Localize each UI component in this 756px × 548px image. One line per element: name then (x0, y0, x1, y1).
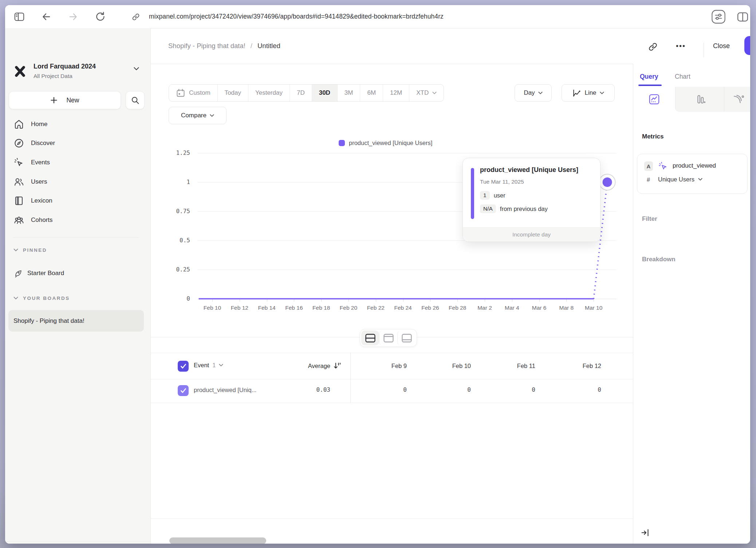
table-cell: 0 (345, 386, 407, 393)
sidebar-item-label: Cohorts (31, 216, 53, 224)
tab-chart[interactable]: Chart (675, 73, 690, 81)
chart-only-toggle[interactable] (379, 330, 397, 345)
search-button[interactable] (126, 91, 145, 109)
x-tick-label: Mar 10 (577, 305, 610, 311)
back-button[interactable] (41, 11, 52, 22)
range-custom[interactable]: Custom (169, 85, 217, 101)
page-title[interactable]: Untitled (257, 42, 280, 50)
viz-tab-funnel[interactable] (724, 87, 750, 112)
sidebar-item-events[interactable]: Events (5, 154, 150, 171)
range-30d-selected[interactable]: 30D (312, 85, 337, 101)
table-only-toggle[interactable] (397, 330, 416, 345)
sidebar: Lord Farquaad 2024 All Project Data New … (5, 28, 151, 544)
filter-section-label: Filter (642, 215, 657, 223)
split-view-toggle[interactable] (361, 330, 379, 345)
breadcrumb-separator: / (251, 42, 252, 50)
horizontal-scrollbar[interactable] (169, 537, 266, 544)
collapse-panel-icon[interactable] (640, 528, 650, 538)
url-link-icon (132, 13, 140, 21)
date-column-header: Feb 10 (409, 363, 471, 369)
range-today[interactable]: Today (217, 85, 248, 101)
chart-data-point (603, 177, 612, 187)
bottom-divider (150, 518, 633, 519)
sidebar-item-users[interactable]: Users (5, 173, 150, 190)
range-12m[interactable]: 12M (383, 85, 409, 101)
save-button-partial[interactable] (744, 36, 750, 55)
your-boards-section-header[interactable]: YOUR BOARDS (13, 295, 70, 301)
workspace-subtitle: All Project Data (34, 73, 72, 79)
board-label: Starter Board (27, 270, 64, 277)
chart-tooltip: product_viewed [Unique Users] Tue Mar 11… (462, 158, 601, 242)
users-icon (13, 176, 24, 187)
pinned-section-header[interactable]: PINNED (13, 247, 47, 253)
desktop: mixpanel.com/project/3472420/view/397469… (0, 0, 756, 548)
sidebar-item-board-selected[interactable]: Shopify - Piping that data! (8, 310, 144, 332)
sidebar-item-lexicon[interactable]: Lexicon (5, 192, 150, 209)
range-yesterday[interactable]: Yesterday (248, 85, 290, 101)
tooltip-date: Tue Mar 11, 2025 (480, 179, 524, 185)
legend-swatch (339, 140, 345, 146)
sidebar-toggle-icon[interactable] (14, 11, 25, 22)
url-bar[interactable]: mixpanel.com/project/3472420/view/397469… (149, 5, 444, 28)
range-3m[interactable]: 3M (337, 85, 360, 101)
chart-legend[interactable]: product_viewed [Unique Users] (339, 140, 432, 146)
compare-dropdown[interactable]: Compare (169, 107, 227, 124)
row-checkbox[interactable] (178, 385, 189, 396)
event-count: 1 (212, 362, 216, 369)
range-6m[interactable]: 6M (360, 85, 383, 101)
range-xtd[interactable]: XTD (409, 85, 444, 101)
sort-icon[interactable] (333, 361, 342, 370)
chevron-down-icon (219, 364, 223, 367)
chevron-down-icon (600, 91, 604, 95)
sidebar-item-cohorts[interactable]: Cohorts (5, 212, 150, 228)
date-range-selector: Custom Today Yesterday 7D 30D 3M 6M 12M … (169, 84, 444, 102)
reload-button[interactable] (95, 11, 106, 22)
breakdown-section-label: Breakdown (642, 256, 676, 263)
sidebar-divider (13, 237, 139, 238)
y-tick-label: 0 (160, 295, 190, 302)
range-7d[interactable]: 7D (290, 85, 312, 101)
header-divider (704, 43, 704, 57)
viz-tab-bar[interactable] (675, 87, 724, 112)
chevron-down-icon (432, 91, 437, 95)
table-header-border (150, 379, 633, 379)
mixpanel-logo (13, 63, 27, 79)
sidebar-item-label: Users (31, 178, 47, 185)
split-view-icon[interactable] (736, 11, 749, 23)
more-options-button[interactable]: ••• (676, 28, 686, 64)
granularity-dropdown[interactable]: Day (515, 84, 552, 102)
metric-aggregation-dropdown[interactable]: Unique Users (658, 176, 702, 183)
select-all-checkbox[interactable] (178, 361, 189, 372)
event-spark-icon (658, 161, 668, 171)
tooltip-value-row: 1 user (480, 191, 505, 200)
table-top-border (150, 353, 633, 353)
chevron-down-icon (698, 178, 702, 181)
new-button[interactable]: New (9, 91, 121, 109)
sidebar-item-discover[interactable]: Discover (5, 135, 150, 152)
metric-aggregation-prefix: # (647, 177, 650, 183)
table-row-average: 0.03 (245, 386, 330, 393)
tooltip-delta-label: from previous day (500, 206, 548, 212)
event-column-header[interactable]: Event 1 (194, 362, 223, 369)
forward-button[interactable] (68, 11, 79, 22)
close-button[interactable]: Close (713, 28, 730, 64)
tooltip-series-bar (471, 168, 474, 219)
y-tick-label: 0.25 (160, 266, 190, 273)
breadcrumb-board-name[interactable]: Shopify - Piping that data! (168, 42, 245, 50)
breadcrumb: Shopify - Piping that data! / Untitled (168, 28, 280, 64)
copy-link-icon[interactable] (648, 42, 658, 52)
workspace-chevron-icon[interactable] (133, 67, 139, 71)
workspace-name[interactable]: Lord Farquaad 2024 (34, 63, 96, 70)
average-column-header[interactable]: Average (245, 363, 330, 369)
sidebar-item-starter-board[interactable]: Starter Board (13, 269, 64, 278)
tooltip-value: 1 (480, 191, 490, 200)
viz-tab-line-selected[interactable] (633, 87, 675, 112)
extensions-icon[interactable] (711, 9, 726, 24)
metric-card[interactable]: A product_viewed # Unique Users (637, 154, 748, 194)
y-tick-label: 1 (160, 179, 190, 185)
sidebar-item-home[interactable]: Home (5, 116, 150, 133)
chart-type-dropdown[interactable]: Line (562, 84, 615, 102)
tooltip-title: product_viewed [Unique Users] (480, 166, 578, 174)
tab-query[interactable]: Query (640, 73, 658, 81)
compass-icon (13, 138, 24, 149)
